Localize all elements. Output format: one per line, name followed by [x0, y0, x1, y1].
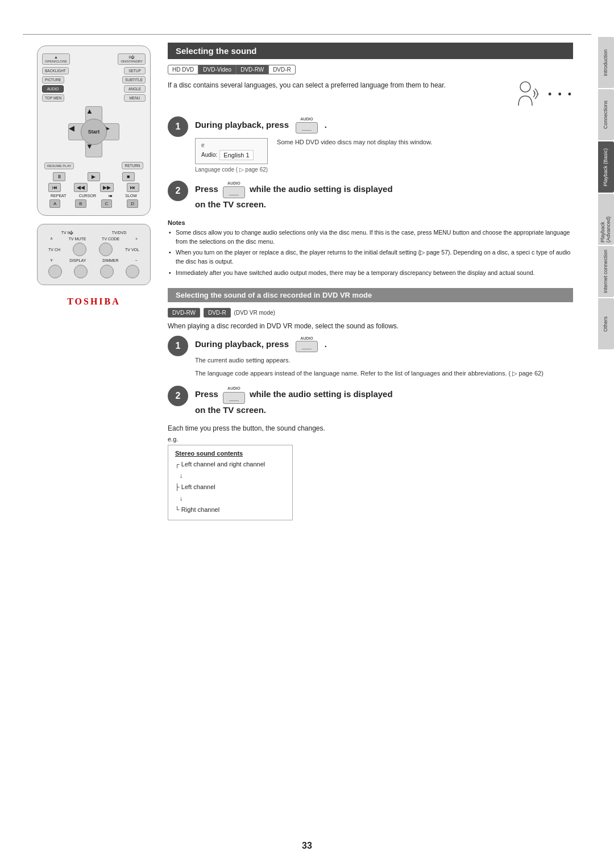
cursor-label: CURSOR	[79, 194, 96, 198]
audio-button-s2-step2[interactable]: AUDIO ___	[223, 386, 245, 404]
tv-dvd-label: TV/DVD	[112, 231, 127, 235]
rew-button[interactable]: ◀◀	[74, 183, 88, 192]
remote-control: ▲OPEN/CLOSE I/⏻ON/STANDBY BACKLIGHT SETU…	[23, 45, 165, 443]
step1-text: During playback, press AUDIO ___ .	[195, 116, 573, 133]
step2-content: Press AUDIO ___ while the audio setting …	[195, 181, 573, 211]
audio-label-row: Audio: English 1	[201, 150, 262, 160]
resume-play-button[interactable]: RESUME PLAY	[44, 162, 74, 169]
badge-dvd-rw: DVD-RW	[236, 65, 268, 74]
menu-button[interactable]: MENU	[124, 94, 146, 102]
subtitle-button[interactable]: SUBTITLE	[122, 76, 146, 84]
display-label: DISPLAY	[69, 258, 86, 262]
dpad-center-ok[interactable]: Start	[81, 119, 107, 145]
next-button[interactable]: ⏭	[127, 183, 139, 192]
sidebar-tab-internet[interactable]: Internet connection	[598, 246, 614, 297]
bottom-btn-2[interactable]	[99, 243, 113, 256]
badge-dvdrw: DVD-RW	[168, 308, 200, 318]
s2-step2-tv: on the TV screen.	[195, 405, 266, 415]
stereo-flow-item-1: ├ Left channel	[175, 482, 285, 493]
step1-container: 1 During playback, press AUDIO ___ . e A…	[168, 116, 573, 173]
audio-btn2-label: AUDIO	[227, 181, 240, 187]
audio-field-label: Audio:	[201, 152, 217, 158]
step1-content: During playback, press AUDIO ___ . e Aud…	[195, 116, 573, 173]
open-close-button[interactable]: ▲OPEN/CLOSE	[42, 53, 70, 65]
back-search-label: ⏮	[109, 194, 113, 198]
tv-vol-up[interactable]: +	[135, 237, 138, 241]
d-button[interactable]: D	[127, 199, 138, 208]
setup-button[interactable]: SETUP	[124, 67, 146, 74]
language-code-note: Language code ( ▷ page 62)	[195, 166, 268, 173]
step2-press: Press	[195, 184, 221, 194]
audio-button-remote[interactable]: AUDIO	[42, 85, 64, 93]
sidebar-tab-introduction[interactable]: Introduction	[598, 37, 614, 88]
s2-step1-before: During playback, press	[195, 338, 289, 350]
bottom-circle-2[interactable]	[74, 265, 88, 278]
audio-button-step1[interactable]: AUDIO ___	[296, 116, 318, 133]
step2-on-tv: on the TV screen.	[195, 199, 266, 209]
tv-ch-down[interactable]: ∨	[50, 258, 53, 262]
section2: Selecting the sound of a disc recorded i…	[168, 288, 573, 521]
audio-s2-btn-box: ___	[296, 341, 318, 352]
bottom-btn-1[interactable]	[73, 243, 86, 256]
audio-s2-btn2-box: ___	[223, 392, 245, 404]
b-button[interactable]: B	[75, 199, 86, 208]
tv-ch-up[interactable]: ∧	[50, 236, 53, 241]
tv-ch-label: TV CH	[48, 248, 60, 252]
sidebar-tab-others[interactable]: Others	[598, 298, 614, 349]
tv-vol-down[interactable]: −	[135, 258, 137, 262]
audio-button-s2-step1[interactable]: AUDIO ___	[296, 336, 318, 353]
person-icon: r r	[508, 80, 542, 108]
dvd-badges: DVD-RW DVD-R (DVD VR mode)	[168, 308, 573, 318]
step2-while: while the audio setting is displayed	[250, 184, 393, 194]
current-audio-note1: The current audio setting appears.	[195, 356, 573, 365]
s2-step2-circle: 2	[168, 386, 188, 406]
step1-sub-note: Some HD DVD video discs may not display …	[277, 138, 432, 147]
section2-header: Selecting the sound of a disc recorded i…	[168, 288, 573, 302]
prev-button[interactable]: ⏮	[48, 183, 61, 192]
stereo-flow-arrow-2: ↓	[175, 493, 285, 504]
bottom-circle-3[interactable]	[100, 265, 114, 278]
step2-circle: 2	[168, 181, 188, 201]
audio-display-value: English 1	[219, 150, 253, 160]
step1-before: During playback, press	[195, 119, 289, 131]
stereo-box: Stereo sound contents ┌ Left channel and…	[168, 445, 293, 520]
top-rule	[23, 34, 591, 35]
audio-icon-group: r r • • •	[508, 80, 573, 108]
audio-s2-btn-label: AUDIO	[300, 336, 313, 341]
sidebar-tab-playback-advanced[interactable]: Playback (Advanced)	[598, 194, 614, 245]
stereo-flow-item-2: └ Right channel	[175, 504, 285, 516]
sidebar-tab-connections[interactable]: Connections	[598, 89, 614, 140]
stereo-flow: ┌ Left channel and right channel ↓ ├ Lef…	[175, 459, 285, 515]
pause-button[interactable]: ⏸	[53, 172, 65, 181]
top-menu-button[interactable]: TOP MEN	[42, 94, 64, 102]
stop-button[interactable]: ■	[122, 172, 135, 181]
bottom-circle-1[interactable]	[48, 265, 62, 278]
s2-step2-while: while the audio setting is displayed	[250, 389, 393, 399]
standby-button[interactable]: I/⏻ON/STANDBY	[118, 53, 146, 65]
s2-step1-container: 1 During playback, press AUDIO ___ . The…	[168, 336, 573, 378]
s2-step1-circle: 1	[168, 336, 188, 356]
sidebar-tab-playback-basic[interactable]: Playback (Basic)	[598, 141, 614, 193]
tv-code-label: TV CODE	[102, 237, 119, 241]
angle-button[interactable]: ANGLE	[124, 85, 146, 93]
svg-point-0	[520, 82, 530, 92]
step2-container: 2 Press AUDIO ___ while the audio settin…	[168, 181, 573, 211]
bottom-circle-4[interactable]	[126, 265, 139, 278]
ff-button[interactable]: ▶▶	[100, 183, 114, 192]
stereo-title: Stereo sound contents	[175, 450, 285, 457]
notes-title: Notes	[168, 219, 573, 226]
backlight-button[interactable]: BACKLIGHT	[42, 67, 69, 74]
page-number: 33	[302, 841, 312, 851]
audio-button-step2[interactable]: AUDIO ___	[223, 181, 245, 199]
main-content: Selecting the sound HD DVD DVD-Video DVD…	[168, 43, 591, 520]
c-button[interactable]: C	[101, 199, 113, 208]
play-button[interactable]: ▶	[88, 172, 100, 181]
audio-button-box: ___	[296, 122, 318, 133]
note-item-1: Some discs allow you to change audio sel…	[168, 228, 573, 247]
picture-button[interactable]: PICTURE	[42, 76, 64, 84]
a-button[interactable]: A	[49, 199, 60, 208]
s2-step2-text: Press AUDIO ___ while the audio setting …	[195, 386, 573, 416]
return-button[interactable]: RETURN	[122, 162, 143, 169]
audio-dots: • • •	[548, 89, 573, 101]
notes-section: Notes Some discs allow you to change aud…	[168, 219, 573, 278]
